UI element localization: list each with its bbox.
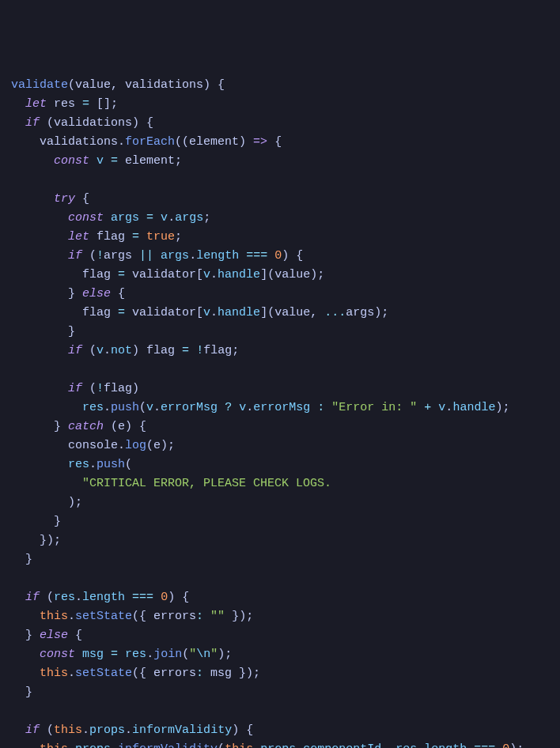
property: props: [89, 723, 125, 737]
code-text: ](value);: [260, 268, 324, 281]
property: props: [260, 742, 296, 748]
method-call: push: [96, 458, 125, 471]
string: "CRITICAL ERROR, PLEASE CHECK LOGS. ": [82, 477, 560, 490]
operator: =: [132, 230, 139, 244]
ternary: ?: [225, 401, 232, 414]
method-call: log: [125, 439, 146, 452]
operator: +: [424, 401, 431, 414]
code-text: (: [82, 382, 96, 395]
code-text: }: [54, 515, 61, 528]
code-text: [239, 249, 246, 263]
keyword-this: this: [225, 742, 253, 748]
code-text: .: [75, 591, 82, 604]
code-text: );: [218, 648, 232, 661]
code-text: {: [75, 192, 89, 206]
code-text: }: [25, 553, 32, 566]
code-text: .: [146, 648, 153, 661]
code-text: [75, 648, 82, 661]
keyword-if: if: [68, 382, 82, 395]
variable: res: [68, 458, 89, 471]
code-text: });: [225, 610, 253, 623]
code-text: (: [40, 723, 54, 737]
code-text: .: [68, 667, 75, 680]
operator-not: !: [96, 249, 104, 263]
number: 0: [502, 742, 509, 748]
code-text: [310, 401, 317, 414]
code-text: .: [104, 344, 111, 357]
code-text: .: [296, 742, 303, 748]
method-call: informValidity: [118, 742, 218, 748]
number: 0: [274, 249, 282, 263]
variable: res: [54, 591, 75, 604]
code-text: [232, 401, 239, 414]
colon: :: [196, 667, 203, 680]
code-text: .: [118, 135, 125, 149]
property: not: [111, 344, 132, 357]
code-text: [267, 249, 274, 263]
operator: ||: [139, 249, 153, 263]
variable: res: [395, 742, 417, 748]
keyword-const: const: [40, 648, 75, 661]
variable: v: [239, 401, 246, 414]
code-text: [495, 742, 502, 748]
property: handle: [218, 268, 260, 281]
code-text: );: [495, 401, 509, 414]
code-text: .: [104, 401, 111, 414]
code-text: [104, 154, 111, 168]
code-text: [89, 154, 96, 168]
code-text: [104, 211, 111, 225]
code-text: .: [111, 742, 118, 748]
code-text: .: [168, 211, 175, 225]
code-text: flag;: [203, 344, 239, 357]
variable: msg: [82, 648, 104, 661]
string: ": [210, 648, 218, 661]
code-text: .: [246, 401, 253, 414]
property: handle: [218, 306, 260, 319]
code-text: .: [82, 723, 89, 737]
code-text: (: [125, 458, 132, 471]
code-text: {: [68, 629, 82, 642]
code-text: flag: [82, 306, 118, 319]
code-text: console: [68, 439, 118, 452]
variable: v: [438, 401, 445, 414]
variable: res: [125, 648, 146, 661]
property: informValidity: [132, 723, 232, 737]
arrow: =>: [253, 135, 267, 149]
variable: v: [203, 268, 210, 281]
code-text: (: [218, 742, 225, 748]
code-editor: validate(value, validations) { let res =…: [0, 76, 560, 748]
keyword-else: else: [82, 287, 111, 300]
keyword-this: this: [40, 610, 68, 623]
code-text: });: [40, 534, 61, 547]
property: handle: [452, 401, 495, 414]
variable: args: [161, 249, 189, 263]
code-text: [139, 211, 146, 225]
ternary: :: [317, 401, 324, 414]
code-text: .: [253, 742, 260, 748]
code-text: [218, 401, 225, 414]
keyword-if: if: [25, 116, 40, 130]
code-text: ) {: [282, 249, 303, 263]
property: errorMsg: [161, 401, 218, 414]
method-call: join: [153, 648, 182, 661]
code-text: (: [82, 344, 96, 357]
code-text: msg });: [203, 667, 260, 680]
variable: res: [82, 401, 104, 414]
code-text: [203, 610, 210, 623]
code-text: (e) {: [104, 420, 146, 433]
code-text: {: [111, 287, 125, 300]
code-text: .: [417, 742, 424, 748]
code-text: .: [68, 742, 75, 748]
code-text: validations: [40, 135, 118, 149]
method-call: setState: [75, 667, 132, 680]
code-text: ;: [203, 211, 210, 225]
code-text: }: [54, 420, 68, 433]
method-call: setState: [75, 610, 132, 623]
operator: =: [118, 268, 125, 281]
variable: args: [111, 211, 139, 225]
colon: :: [196, 610, 203, 623]
operator: =: [82, 97, 89, 111]
operator-not: !: [96, 382, 104, 395]
keyword-if: if: [68, 249, 82, 263]
property: props: [75, 742, 111, 748]
